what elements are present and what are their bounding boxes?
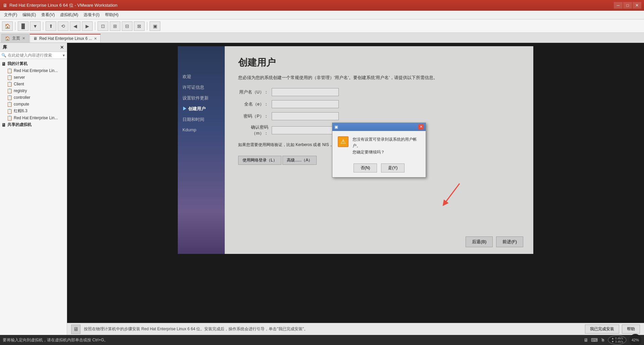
- tree-my-computer-label: 我的计算机: [7, 61, 28, 67]
- tree-vm-rhel[interactable]: 📋 Red Hat Enterprise Lin...: [0, 67, 67, 74]
- tree-vm-client[interactable]: 📋 Client: [0, 81, 67, 87]
- menu-edit[interactable]: 编辑(E): [20, 11, 39, 18]
- btn-help[interactable]: 帮助: [622, 325, 640, 334]
- search-input[interactable]: [8, 53, 61, 58]
- vm-icon-redhat63: 📋: [7, 109, 12, 114]
- installer-content: 创建用户 您必须为您的系统创建一个常规使用的（非管理）'用户名'。要创建系统'用…: [225, 46, 533, 254]
- tree-vm-registry[interactable]: 📋 registry: [0, 87, 67, 94]
- tree-vm-redhat63[interactable]: 📋 红帽6.3: [0, 108, 67, 115]
- tray-icon-3: 🖱: [600, 337, 605, 343]
- tabbar: 🏠 主页 ✕ 🖥 Red Hat Enterprise Linux 6 ... …: [0, 33, 644, 43]
- tab-home-close[interactable]: ✕: [22, 36, 25, 41]
- vm-tree: 🖥 我的计算机 📋 Red Hat Enterprise Lin... 📋 se…: [0, 59, 67, 335]
- menubar: 文件(F) 编辑(E) 查看(V) 虚拟机(M) 选项卡(I) 帮助(H): [0, 11, 644, 19]
- vm-display[interactable]: 欢迎 许可证信息 设置软件更新 创建用户 日期和时间 Kdump 创建用户 您必…: [67, 43, 644, 323]
- search-dropdown-icon[interactable]: ▼: [62, 54, 65, 57]
- tree-vm-controller[interactable]: 📋 controller: [0, 94, 67, 101]
- toolbar-sep-2: [43, 22, 43, 30]
- dialog-message: 您没有设置可登录到该系统的用户帐户。 您确定要继续吗？: [353, 136, 420, 156]
- maximize-button[interactable]: □: [623, 2, 632, 9]
- tray-icon-1: 🖥: [584, 337, 588, 343]
- window-body: 🏠 主页 ✕ 🖥 Red Hat Enterprise Linux 6 ... …: [0, 33, 644, 335]
- installer-sidebar: 欢迎 许可证信息 设置软件更新 创建用户 日期和时间 Kdump: [178, 46, 225, 254]
- library-close-btn[interactable]: ✕: [60, 45, 64, 50]
- tab-home-label: 主页: [12, 36, 20, 41]
- speed-down-label: ▼ 3.4k/s: [611, 340, 623, 343]
- menu-vm[interactable]: 虚拟机(M): [57, 11, 81, 18]
- vm-icon-controller: 📋: [7, 95, 12, 100]
- tab-vm-icon: 🖥: [33, 36, 37, 41]
- tray-icon-2: ⌨: [591, 337, 598, 343]
- menu-help[interactable]: 帮助(H): [102, 11, 121, 18]
- btn-yes[interactable]: 是(Y): [381, 163, 405, 172]
- red-arrow: [439, 180, 466, 210]
- tree-vm-rhel2[interactable]: 📋 Red Hat Enterprise Lin...: [0, 115, 67, 121]
- step-datetime[interactable]: 日期和时间: [182, 116, 204, 123]
- tree-vm-registry-label: registry: [14, 88, 27, 93]
- toolbar-btn-bar[interactable]: ▐▌: [18, 21, 29, 31]
- toolbar-btn-view3[interactable]: ⊠: [134, 21, 145, 31]
- content-wrapper: 库 ✕ 🔍 ▼ 🖥 我的计算机 📋 Red Hat En: [0, 43, 644, 335]
- toolbar: 🏠 ▐▌ ▼ ⬆ ⟲ ◀ ▶ ⊡ ⊞ ⊟ ⊠ ▣: [0, 19, 644, 33]
- tree-vm-client-label: Client: [14, 82, 24, 86]
- taskbar: 要将输入定向到虚拟机，请在虚拟机内部单击或按 Ctrl+G。 🖥 ⌨ 🖱 ▲ 0…: [0, 335, 644, 345]
- toolbar-btn-dropdown[interactable]: ▼: [30, 21, 41, 31]
- tab-home[interactable]: 🏠 主页 ✕: [1, 34, 29, 43]
- close-button[interactable]: ✕: [633, 2, 641, 9]
- search-box-container: 🔍 ▼: [0, 52, 67, 59]
- tree-vm-rhel-label: Red Hat Enterprise Lin...: [14, 68, 58, 73]
- toolbar-btn-history[interactable]: ⟲: [58, 21, 68, 31]
- step-create-user[interactable]: 创建用户: [182, 105, 206, 113]
- toolbar-btn-fwd[interactable]: ▶: [82, 21, 93, 31]
- toolbar-btn-view2[interactable]: ⊟: [122, 21, 132, 31]
- titlebar: 🖥 Red Hat Enterprise Linux 6 64 位 - VMwa…: [0, 0, 644, 11]
- menu-tabs[interactable]: 选项卡(I): [81, 11, 102, 18]
- dialog-titlebar: ▣ ✕: [332, 123, 426, 131]
- vm-icon-rhel2: 📋: [7, 115, 12, 121]
- toolbar-btn-home[interactable]: 🏠: [2, 21, 13, 31]
- warning-icon: ⚠: [338, 136, 348, 147]
- step-kdump[interactable]: Kdump: [182, 127, 196, 133]
- toolbar-btn-fit[interactable]: ⊡: [98, 21, 108, 31]
- tree-vm-server[interactable]: 📋 server: [0, 74, 67, 81]
- shared-folder-icon: 🖥: [1, 122, 6, 128]
- toolbar-sep-3: [95, 22, 95, 30]
- vm-icon-rhel: 📋: [7, 68, 12, 73]
- dialog-close-button[interactable]: ✕: [418, 124, 424, 130]
- titlebar-controls: ─ □ ✕: [614, 2, 641, 9]
- titlebar-left: 🖥 Red Hat Enterprise Linux 6 64 位 - VMwa…: [3, 2, 117, 8]
- step-welcome[interactable]: 欢迎: [182, 73, 191, 80]
- vm-icon-registry: 📋: [7, 88, 12, 93]
- dialog-title-text: ▣: [334, 125, 338, 129]
- toolbar-btn-console[interactable]: ▣: [150, 21, 160, 31]
- tree-vm-rhel2-label: Red Hat Enterprise Lin...: [14, 116, 58, 120]
- tree-vm-compute-label: compute: [14, 102, 29, 107]
- left-panel-header: 库 ✕: [0, 43, 67, 52]
- tree-vm-compute[interactable]: 📋 compute: [0, 101, 67, 108]
- tree-shared-vms[interactable]: 🖥 共享的虚拟机: [0, 121, 67, 128]
- tree-vm-server-label: server: [14, 75, 25, 80]
- tree-my-computer[interactable]: 🖥 我的计算机: [0, 60, 67, 67]
- btn-complete-install[interactable]: 我已完成安装: [585, 325, 619, 334]
- toolbar-btn-back[interactable]: ◀: [70, 21, 80, 31]
- menu-file[interactable]: 文件(F): [1, 11, 20, 18]
- minimize-button[interactable]: ─: [614, 2, 623, 9]
- tab-vm-close[interactable]: ✕: [94, 37, 97, 41]
- toolbar-sep-1: [15, 22, 15, 30]
- dialog-line1: 您没有设置可登录到该系统的用户帐户。: [353, 137, 417, 148]
- menu-view[interactable]: 查看(V): [39, 11, 57, 18]
- tab-vm[interactable]: 🖥 Red Hat Enterprise Linux 6 ... ✕: [30, 34, 101, 43]
- btn-no[interactable]: 否(N): [354, 163, 377, 172]
- install-inner: 欢迎 许可证信息 设置软件更新 创建用户 日期和时间 Kdump 创建用户 您必…: [178, 46, 533, 254]
- toolbar-btn-send[interactable]: ⬆: [46, 21, 56, 31]
- dialog-line2: 您确定要继续吗？: [353, 150, 385, 154]
- dialog-body: ⚠ 您没有设置可登录到该系统的用户帐户。 您确定要继续吗？: [332, 131, 426, 161]
- vm-icon-client: 📋: [7, 81, 12, 87]
- statusbar: 🖥 按照在物理计算机中的步骤安装 Red Hat Enterprise Linu…: [67, 323, 644, 335]
- step-software-update[interactable]: 设置软件更新: [182, 94, 209, 102]
- svg-line-1: [444, 184, 460, 204]
- speed-up-label: ▲ 0.4k/s: [611, 337, 623, 340]
- step-license[interactable]: 许可证信息: [182, 84, 204, 91]
- toolbar-btn-full[interactable]: ⊞: [110, 21, 120, 31]
- content-area: 欢迎 许可证信息 设置软件更新 创建用户 日期和时间 Kdump 创建用户 您必…: [67, 43, 644, 335]
